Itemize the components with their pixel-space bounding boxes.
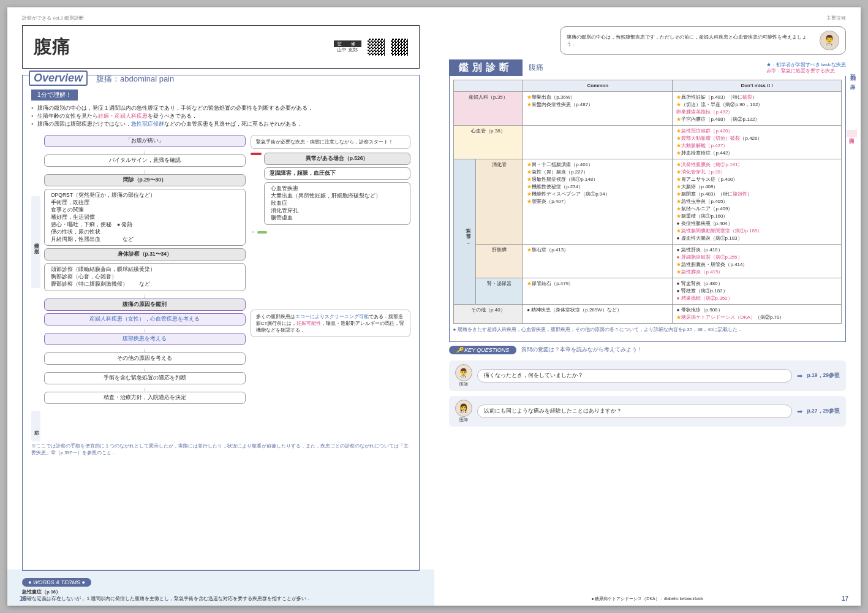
cat-obgyn: 産婦人科（p.35） (453, 92, 523, 126)
flow-note-start: 緊急手術が必要な疾患・病態に注意しながら，診察スタート！ (251, 135, 410, 149)
diagnosis-table: CommonDon't miss it ! 産婦人科（p.35） ★卵巣出血（p… (453, 80, 842, 324)
spread: 診察ができる vol.2 鑑別診断 腹痛 監 修 山中 克郎 Overview … (7, 7, 861, 606)
side-tab-section: 部位別の痛み (849, 69, 857, 88)
doctor-avatar-icon: 👨‍⚕️ (820, 31, 839, 50)
arrow-right-icon: ➡ (797, 372, 802, 380)
flow-start: 「お腹が痛い」 (44, 135, 246, 147)
flow-resp-1: 手術を含む緊急処置の適応を判断 (44, 372, 246, 384)
running-header-left: 診察ができる vol.2 鑑別診断 (22, 15, 420, 21)
cat-gi: 消化管 (475, 159, 523, 245)
cat-hbp: 肝胆膵 (475, 245, 523, 278)
table-note: ● 腹痛をきたす産婦人科疾患，心血管疾患，腹部疾患，その他の原因の各々について，… (453, 326, 842, 333)
page-number-right: 17 (842, 595, 848, 602)
glossary: ● 糖尿病ケトアシドーシス（DKA）：diabetic ketoacidosis (449, 593, 847, 602)
words-terms: ● WORDS & TERMS ● 急性腹症（p.16）明確な定義は存在しないが… (22, 576, 420, 602)
flow-diff-title: 腹痛の原因を鑑別 (44, 299, 246, 311)
flow-note-echo: 多くの腹部疾患はエコーによりスクリーニング可能である．腹部造影CT施行前には，妊… (251, 310, 410, 338)
doctor-avatar-icon: 👩‍⚕️ (455, 400, 472, 417)
flowchart: 腹痛の鑑別 対応 「お腹が痛い」 ↓ バイタルサイン，意識を確認 ↓ 問診（p.… (31, 135, 410, 441)
cat-other: その他（p.40） (453, 305, 523, 324)
running-header-right: 主要症候 (449, 15, 847, 21)
intro-speech: 腹痛の鑑別の中心は，当然腹部疾患です．ただしその前に，産婦人科疾患と心血管疾患の… (560, 26, 846, 55)
kq-row-2: 👩‍⚕️医師 以前にも同じような痛みを経験したことはありますか？ ➡ p.27，… (449, 396, 847, 427)
overview-subtitle: 腹痛：abdominal pain (96, 74, 174, 85)
page-left: 診察ができる vol.2 鑑別診断 腹痛 監 修 山中 克郎 Overview … (7, 7, 434, 606)
page-number-left: 16 (20, 595, 26, 602)
qr-code-icon (368, 39, 385, 56)
flow-side-label-1: 腹痛の鑑別 (31, 196, 40, 288)
kq-row-1: 👨‍⚕️医師 痛くなったとき，何をしていましたか？ ➡ p.19，29参照 (449, 360, 847, 391)
flow-side-label-2: 対応 (31, 411, 40, 441)
overview-panel: Overview 腹痛：abdominal pain 1分で理解！ 腹痛の鑑別の… (22, 75, 420, 571)
abnormal-pill: 異常 (251, 153, 262, 155)
flow-hx-title: 問診（p.29〜30） (44, 174, 246, 186)
flow-diff-3: その他の原因を考える (44, 352, 246, 365)
flow-abn-items: 心血管疾患大量出血（異所性妊娠，肝細胞癌破裂など） 敗血症消化管穿孔 腸管虚血 (264, 182, 410, 224)
diagnosis-table-wrap: CommonDon't miss it ! 産婦人科（p.35） ★卵巣出血（p… (449, 76, 847, 342)
arrow-right-icon: ➡ (797, 408, 802, 416)
cat-cardio: 心血管（p.38） (453, 126, 523, 159)
qr-code-icon (391, 39, 408, 56)
title-box: 腹痛 監 修 山中 克郎 (22, 25, 420, 69)
legend: ★：初学者が学習すべきbasicな疾患 赤字：緊急に処置を要する疾患 (766, 62, 846, 74)
cat-uro: 腎・泌尿器 (475, 278, 523, 305)
arrow-down-icon: ↓ (44, 150, 246, 154)
flow-resp-2: 精査・治療方針，入院適応を決定 (44, 392, 246, 404)
one-minute-tag: 1分で理解！ (31, 89, 78, 101)
stable-pill: 安定化 (257, 231, 267, 234)
cat-abdomen: 腹 部（p.38） (453, 159, 475, 305)
flow-footnote: ※ここでは診察の手順を便宜的に１つのながれとして図示したが，実際には並行したり，… (31, 443, 410, 456)
flow-diff-2: 腹部疾患を考える (44, 333, 246, 345)
flow-abn-title: 異常がある場合（p.526） (264, 153, 410, 165)
overview-tag: Overview (29, 70, 88, 86)
page-right: 主要症候 部位別の痛み 腹痛 腹痛の鑑別の中心は，当然腹部疾患です．ただしその前… (434, 7, 861, 606)
doctor-avatar-icon: 👨‍⚕️ (455, 364, 472, 381)
key-questions-header: 🔑 KEY QUESTIONS 質問の意図は？本章を読みながら考えてみよう！ (449, 346, 847, 354)
supervisor: 監 修 山中 克郎 (334, 40, 361, 53)
diagnosis-header: 鑑別診断 腹痛 ★：初学者が学習すべきbasicな疾患 赤字：緊急に処置を要する… (449, 59, 847, 76)
flow-diff-1: 産婦人科疾患（女性），心血管疾患を考える (44, 313, 246, 326)
flow-hx-items: OPQRST（突然発症か，腹痛の部位など）手術歴，既往歴 食事との関連嗜好歴，生… (44, 189, 246, 246)
flow-pe-title: 身体診察（p.31〜34） (44, 248, 246, 261)
chapter-title: 腹痛 (34, 34, 70, 59)
flow-pe-items: 頭部診察（眼瞼結膜蒼白，眼球結膜黄染）胸部診察（心音，心雑音）腹部診察（特に腹膜… (44, 263, 246, 291)
flow-vital: バイタルサイン，意識を確認 (44, 154, 246, 167)
summary-bullets: 腹痛の鑑別の中心は，発症１週間以内の急性腹症であり，手術などの緊急処置の必要性を… (31, 104, 410, 128)
side-tab-topic: 腹痛 (847, 130, 857, 137)
